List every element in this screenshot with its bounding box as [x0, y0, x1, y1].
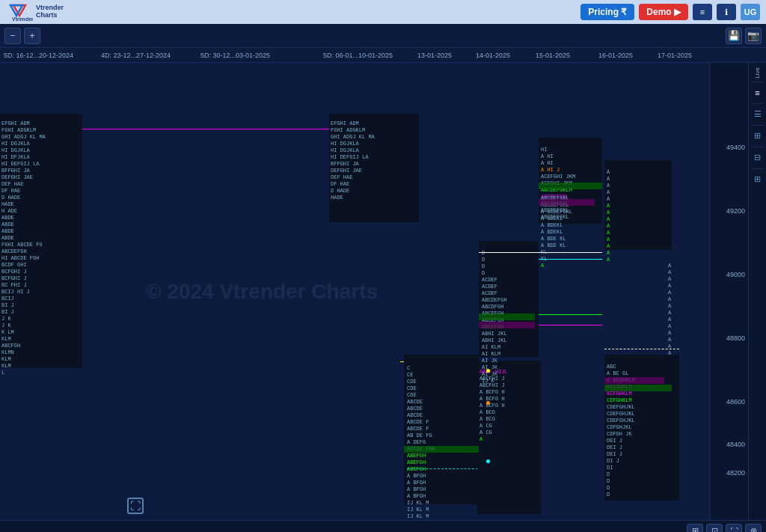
menu-button[interactable]: ≡ — [693, 4, 712, 20]
price-49000: 49000 — [726, 271, 745, 278]
date-label-7: 15-01-2025 — [536, 52, 570, 59]
profile-text-1: EFGHI ADM FGHI ADGKLM GHI ADGJ KL MA HI … — [1, 114, 46, 376]
bottom-table-button[interactable]: ⊡ — [706, 524, 723, 533]
cyan-dashed-hline — [407, 468, 482, 469]
sidebar-divider-1 — [752, 82, 764, 82]
expand-button[interactable]: ⛶ — [127, 498, 144, 514]
sidebar-icon-lines[interactable]: ≡ — [750, 85, 765, 100]
magenta-hline-2 — [539, 325, 602, 325]
date-label-1: 5D: 16-12...20-12-2024 — [4, 52, 73, 59]
dot-cyan-1 — [486, 459, 490, 463]
green-highlight-2 — [604, 385, 672, 391]
svg-text:Vtrender: Vtrender — [12, 16, 33, 22]
right-sidebar: Live ≡ ☰ ⊞ ⊟ ⊞ — [748, 63, 766, 520]
bottom-grid-button[interactable]: ⊞ — [687, 524, 703, 533]
date-label-8: 16-01-2025 — [598, 52, 633, 59]
demo-label: Demo ▶ — [646, 7, 681, 17]
info-button[interactable]: ℹ — [717, 4, 736, 20]
green-highlight-3 — [404, 446, 479, 453]
price-48800: 48800 — [726, 334, 745, 342]
price-48200: 48200 — [726, 469, 745, 477]
pricing-label: Pricing ₹ — [588, 7, 627, 17]
magenta-highlight-1 — [539, 199, 595, 206]
price-49200: 49200 — [726, 207, 745, 215]
chart-area: © 2024 Vtrender Charts 49400 49200 49000… — [0, 63, 748, 520]
bottom-fullscreen-button[interactable]: ⛶ — [726, 524, 742, 533]
toolbar: − + 💾 📷 — [0, 24, 766, 48]
date-label-3: 5D: 30-12...03-01-2025 — [200, 52, 270, 59]
date-label-6: 14-01-2025 — [476, 52, 510, 59]
screenshot-button[interactable]: 📷 — [745, 28, 762, 44]
bottom-toolbar: ⊞ ⊡ ⛶ ⊗ — [0, 520, 766, 532]
zoom-in-button[interactable]: + — [24, 28, 40, 44]
cyan-hline-1 — [539, 259, 602, 260]
navbar-left: Vtrender Vtrender Charts — [6, 2, 64, 22]
white-hline-1 — [479, 252, 602, 253]
sidebar-divider-2 — [752, 103, 764, 104]
profile-text-4: C CE CDE CDE CDE ABCDE ABCDE ABCDE ABCDE… — [407, 358, 435, 520]
sidebar-icon-grid3[interactable]: ⊞ — [750, 172, 765, 187]
sidebar-divider-5 — [752, 168, 764, 169]
sidebar-icon-grid2[interactable]: ⊟ — [750, 150, 765, 165]
live-label: Live — [754, 67, 761, 79]
navbar-right: Pricing ₹ Demo ▶ ≡ ℹ UG — [580, 4, 760, 20]
toolbar-right: 💾 📷 — [726, 28, 762, 44]
price-48400: 48400 — [726, 441, 745, 448]
date-label-5: 13-01-2025 — [417, 52, 452, 59]
logo-icon: Vtrender — [6, 2, 33, 22]
zoom-out-button[interactable]: − — [4, 28, 21, 44]
price-48600: 48600 — [726, 398, 745, 406]
profile-box-8 — [604, 160, 672, 250]
dot-orange-1 — [486, 401, 490, 405]
user-button[interactable]: UG — [741, 4, 760, 20]
profile-text-9: A A A A A A A A A A A A A A — [668, 256, 671, 357]
save-button[interactable]: 💾 — [726, 28, 742, 44]
date-label-2: 4D: 23-12...27-12-2024 — [101, 52, 171, 59]
date-header: 5D: 16-12...20-12-2024 4D: 23-12...27-12… — [0, 48, 766, 63]
profile-text-8: A A A A A A A A A A A A A A — [607, 162, 610, 263]
price-scale: 49400 49200 49000 48800 48600 48400 4820… — [709, 63, 748, 520]
bottom-close-button[interactable]: ⊗ — [745, 524, 762, 533]
profile-text-3: EFGHI ADM FGHI ADGKLM GHI ADGJ KL MA HI … — [331, 114, 375, 201]
sidebar-divider-4 — [752, 147, 764, 147]
demo-button[interactable]: Demo ▶ — [639, 4, 688, 20]
sidebar-icon-menu[interactable]: ☰ — [750, 107, 765, 122]
price-49400: 49400 — [726, 144, 745, 151]
logo-container: Vtrender Vtrender Charts — [6, 2, 64, 22]
sidebar-icon-grid1[interactable]: ⊞ — [750, 129, 765, 144]
green-hline-1 — [539, 314, 602, 315]
sidebar-divider-3 — [752, 125, 764, 126]
green-highlight-1 — [539, 183, 602, 189]
pricing-button[interactable]: Pricing ₹ — [580, 4, 634, 20]
date-label-4: 5D: 06-01...10-01-2025 — [323, 52, 393, 59]
magenta-highlight-2 — [604, 377, 664, 384]
magenta-highlight-3 — [479, 322, 535, 328]
watermark: © 2024 Vtrender Charts — [146, 280, 378, 304]
navbar: Vtrender Vtrender Charts Pricing ₹ Demo … — [0, 0, 766, 24]
green-highlight-4 — [479, 314, 535, 320]
date-label-9: 17-01-2025 — [658, 52, 692, 59]
logo-text: Vtrender Charts — [36, 4, 64, 19]
